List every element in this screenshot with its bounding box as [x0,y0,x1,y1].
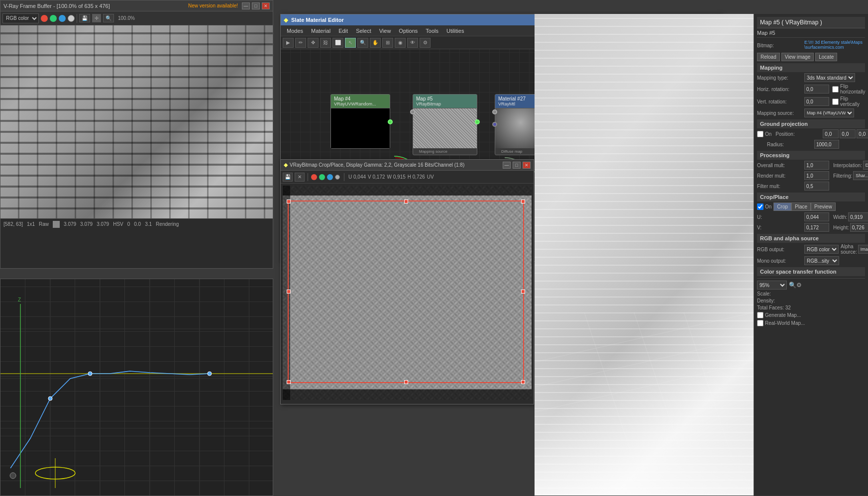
mapping-source-select[interactable]: Map #4 (VRayUVWRandomizer... [804,108,854,117]
zoom-select[interactable]: 95% [757,281,787,290]
crop-v-input[interactable] [804,223,829,232]
reload-button[interactable]: Reload [757,53,780,61]
node-map4[interactable]: Map #4 VRayUVWRandom... [330,94,390,149]
crop-handle-bottomleft[interactable] [287,380,291,384]
real-world-map-checkbox[interactable] [757,320,763,326]
crop-on-checkbox[interactable] [757,203,763,210]
position-y-input[interactable] [840,129,856,138]
position-x-input[interactable] [823,129,839,138]
slate-menu-utilities[interactable]: Utilities [442,27,468,35]
filter-mult-input[interactable] [804,182,829,191]
slate-toolbar-preview[interactable]: 👁 [407,38,418,48]
slate-menu-view[interactable]: View [375,27,395,35]
slate-menu-edit[interactable]: Edit [334,27,352,35]
rgb-output-select[interactable]: RGB color [804,245,839,254]
ground-projection-on-checkbox[interactable] [757,131,763,137]
crop-handle-midright[interactable] [521,290,525,294]
vbm-green-dot[interactable] [319,174,325,180]
vbm-blue-dot[interactable] [327,174,333,180]
node-map5[interactable]: Map #5 VRayBitmap Mapping source [413,94,477,155]
slate-toolbar-play[interactable]: ▶ [283,38,294,48]
color-dot-red[interactable] [41,15,48,22]
vfb-save-btn[interactable]: 💾 [79,14,90,22]
vraybitmap-content[interactable] [283,186,532,400]
vfb-color-select[interactable]: RGB color [2,13,39,23]
vbm-close-btn[interactable]: ✕ [295,173,305,182]
render-mult-input[interactable] [804,171,829,180]
slate-toolbar-grid[interactable]: ⊞ [382,38,393,48]
vraybitmap-close-button[interactable]: ✕ [523,162,531,169]
slate-toolbar-pencil[interactable]: ✏ [295,38,306,48]
crop-handle-topright[interactable] [521,199,525,203]
processing-section-header[interactable]: Processing [757,151,865,160]
overall-mult-input[interactable] [804,161,829,170]
height-input[interactable] [850,223,868,232]
locate-button[interactable]: Locate [815,53,837,61]
horiz-rotation-input[interactable] [804,85,829,94]
crop-handle-midleft[interactable] [287,290,291,294]
slate-toolbar-zoom[interactable]: 🔍 [357,38,368,48]
slate-toolbar-settings[interactable]: ⚙ [420,38,431,48]
slate-menu-modes[interactable]: Modes [283,27,307,35]
generate-map-checkbox[interactable] [757,312,763,318]
color-space-section-header[interactable]: Color space transfer function [757,267,865,276]
crop-button[interactable]: Crop [773,202,791,211]
slate-toolbar-pan[interactable]: ✋ [370,38,381,48]
vraybitmap-maximize-button[interactable]: □ [513,162,521,169]
slate-menu-select[interactable]: Select [352,27,375,35]
vert-rotation-input[interactable] [804,97,829,106]
crop-handle-bottomright[interactable] [521,380,525,384]
preview-button[interactable]: Preview [811,202,836,211]
place-button[interactable]: Place [791,202,811,211]
slate-menu-material[interactable]: Material [307,27,334,35]
node-material27-input2-socket[interactable] [492,122,497,127]
slate-toolbar-cursor[interactable]: ↖ [345,38,356,48]
position-z-input[interactable] [857,129,868,138]
node-map5-title: Map #5 [416,96,474,101]
color-dot-white[interactable] [68,15,75,22]
zoom-plus-btn[interactable]: ⚙ [796,282,802,289]
node-material27-input-socket[interactable] [492,109,497,114]
rgb-alpha-section-header[interactable]: RGB and alpha source [757,234,865,243]
crop-place-section-header[interactable]: Crop/Place [757,193,865,201]
crop-handle-topmid[interactable] [404,199,408,203]
alpha-source-select[interactable]: Ima...pha [858,245,868,254]
width-input[interactable] [848,212,868,221]
view-image-button[interactable]: View image [781,53,814,61]
node-map4-output-socket[interactable] [388,119,393,124]
color-dot-blue[interactable] [59,15,66,22]
slate-toolbar-connect[interactable]: ⛓ [320,38,331,48]
zoom-minus-btn[interactable]: 🔍 [789,282,796,289]
vbm-save-btn[interactable]: 💾 [283,173,293,182]
vraybitmap-minimize-button[interactable]: — [503,162,511,169]
radius-input[interactable] [814,140,839,149]
vfb-cursor-btn[interactable]: ✛ [92,14,101,22]
interpolation-select[interactable]: Default [863,161,868,170]
mapping-section-header[interactable]: Mapping [757,63,865,72]
vfb-minimize-button[interactable]: — [242,2,250,9]
render-background [535,14,754,496]
vbm-red-dot[interactable] [311,174,317,180]
slate-toolbar-render[interactable]: ◉ [395,38,406,48]
ground-projection-header[interactable]: Ground projection [757,119,865,128]
flip-vertically-checkbox[interactable] [832,99,839,105]
slate-menu-options[interactable]: Options [395,27,422,35]
crop-u-input[interactable] [804,212,829,221]
crop-handle-topleft[interactable] [287,199,291,203]
slate-toolbar-move[interactable]: ✥ [308,38,319,48]
mapping-type-select[interactable]: 3ds Max standard [804,73,855,82]
mono-output-select[interactable]: RGB...sity [804,256,839,265]
vfb-zoom-btn[interactable]: 🔍 [103,14,114,22]
node-map5-output-socket[interactable] [475,119,480,124]
vfb-close-button[interactable]: ✕ [262,2,270,9]
filtering-select[interactable]: Shar...opic [853,171,868,180]
color-dot-green[interactable] [50,15,57,22]
vbm-mono-dot[interactable] [335,175,340,180]
crop-handle-bottommid[interactable] [404,380,408,384]
node-map5-input-socket[interactable] [410,109,415,114]
slate-toolbar-box[interactable]: ⬜ [332,38,343,48]
crop-overlay[interactable] [288,200,524,383]
vfb-maximize-button[interactable]: □ [252,2,260,9]
flip-horizontally-checkbox[interactable] [832,86,839,93]
slate-menu-tools[interactable]: Tools [422,27,442,35]
